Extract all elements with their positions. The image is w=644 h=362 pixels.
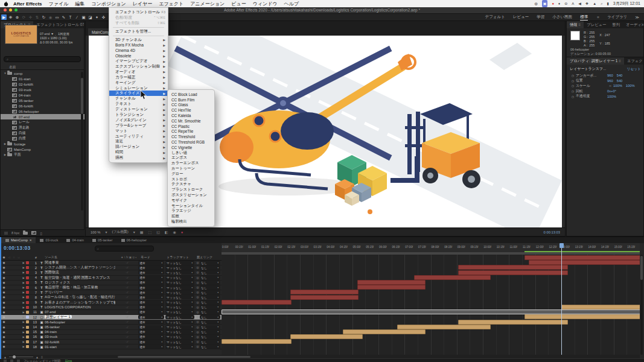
layer-switches[interactable]: · ∕	[115, 276, 138, 279]
menu-item-時間[interactable]: 時間▶	[109, 150, 168, 155]
resolution-select[interactable]: (フル画質)	[112, 229, 128, 235]
selection-tool[interactable]: ▶	[1, 14, 7, 20]
project-name-column-header[interactable]: 名前	[1, 65, 84, 70]
trkmat-select[interactable]: マットなし▼	[165, 285, 194, 290]
label-color-chip[interactable]	[26, 326, 31, 329]
new-folder-icon[interactable]	[23, 232, 28, 235]
label-color-chip[interactable]	[26, 335, 31, 338]
property-value[interactable]: 0x+0°	[607, 89, 616, 93]
submenu-item-CC Glass[interactable]: CC Glass	[168, 103, 214, 108]
hand-tool[interactable]: ✙	[8, 14, 13, 20]
parent-pickwhip-icon[interactable]: ◎	[196, 286, 200, 289]
layer-row-15[interactable]: ◉▶15▣04-train· ∕通常▼マットなし▼◎なし▼	[1, 330, 222, 335]
mode-select[interactable]: 通常▼	[138, 290, 164, 294]
clone-stamp-tool[interactable]: ▣	[81, 14, 86, 20]
label-color-chip[interactable]	[26, 296, 31, 299]
parent-pickwhip-icon[interactable]: ◎	[196, 335, 200, 338]
label-color-chip[interactable]	[26, 271, 31, 274]
trkmat-select[interactable]: マットなし▼	[165, 330, 194, 334]
close-icon[interactable]: ×	[30, 238, 31, 242]
project-item-04-train[interactable]: 04-train	[1, 92, 84, 98]
roto-brush-tool[interactable]: ✦	[94, 14, 100, 20]
layer-name[interactable]: 07-end	[45, 310, 115, 314]
property-value[interactable]: 100%	[613, 84, 622, 87]
submenu-item-CC Vignette[interactable]: CC Vignette	[168, 145, 214, 150]
menu-item-オーディオ[interactable]: オーディオ▶	[109, 69, 168, 75]
parent-select[interactable]: なし▼	[200, 330, 220, 334]
tab-audio[interactable]: オーディ≫	[623, 21, 643, 28]
parent-pickwhip-icon[interactable]: ◎	[196, 271, 200, 274]
menu-item-チャンネル[interactable]: チャンネル▶	[109, 96, 168, 101]
timeline-tab-03-truck[interactable]: 03-truck	[36, 237, 62, 243]
layer-switches[interactable]: · ∕	[115, 316, 138, 319]
label-color-chip[interactable]	[26, 316, 31, 319]
layer-row-10[interactable]: ◉▶10TLOGISTICS CORPORATION· ∕通常▼マットなし▼◎な…	[1, 305, 222, 310]
layer-switches[interactable]: · ∕	[115, 301, 138, 304]
project-search-input[interactable]: ⌕	[4, 56, 81, 62]
menu-item-テキスト[interactable]: テキスト▶	[109, 101, 168, 107]
label-color-chip[interactable]	[26, 311, 31, 314]
trkmat-select[interactable]: マットなし▼	[165, 276, 194, 280]
transparency-grid-icon[interactable]: ◧	[165, 230, 168, 234]
menu-item-キーイング[interactable]: キーイング▶	[109, 80, 168, 86]
parent-select[interactable]: なし▼	[200, 315, 220, 319]
input-source-icon[interactable]: A	[572, 0, 574, 7]
stopwatch-icon[interactable]: ◷	[570, 89, 576, 93]
layer-duration-bar[interactable]	[357, 285, 426, 290]
menubar-item-エフェクト[interactable]: エフェクト	[159, 1, 183, 7]
layer-name[interactable]: 02-forklift	[45, 340, 115, 344]
menu-item-すべてを削除[interactable]: すべてを削除⇧⌘E	[109, 21, 168, 26]
property-value[interactable]: 540	[617, 79, 623, 83]
label-color-chip[interactable]	[26, 320, 31, 323]
menubar-item-アニメーション[interactable]: アニメーション	[190, 1, 225, 7]
layer-switches[interactable]: · ∕	[115, 261, 138, 264]
timeline-tab-06-helicopter[interactable]: 06-helicopter	[117, 237, 151, 243]
trkmat-select[interactable]: マットなし▼	[165, 345, 194, 349]
layer-switches[interactable]: · ∕	[115, 311, 138, 314]
panel-menu-icon[interactable]: ≡	[597, 15, 599, 19]
submenu-item-モザイク[interactable]: モザイク	[168, 198, 214, 203]
parent-select[interactable]: なし▼	[200, 300, 220, 305]
menubar-item-レイヤー[interactable]: レイヤー	[133, 1, 153, 7]
expand-arrow-icon[interactable]: ▶	[21, 335, 26, 338]
layer-switches[interactable]: · ∕	[115, 345, 138, 348]
label-color-chip[interactable]	[26, 281, 31, 284]
mode-select[interactable]: 通常▼	[138, 310, 164, 314]
project-item-01-start[interactable]: 01-start	[1, 76, 84, 81]
eye-icon[interactable]: ◉	[1, 271, 7, 274]
source-name-header[interactable]: ソース名	[45, 255, 118, 259]
eye-icon[interactable]: ◉	[1, 316, 7, 319]
mask-visibility-icon[interactable]: ⬚	[148, 230, 151, 234]
menu-item-カラー補正[interactable]: カラー補正▶	[109, 75, 168, 80]
timeline-horizontal-scrollbar[interactable]	[118, 356, 250, 358]
new-composition-icon[interactable]	[31, 231, 36, 235]
parent-select[interactable]: なし▼	[200, 320, 220, 324]
menu-item-Cinema 4D[interactable]: Cinema 4D▶	[109, 48, 168, 53]
property-value[interactable]: 100%	[626, 84, 635, 87]
submenu-item-カラーエンボス[interactable]: カラーエンボス	[168, 160, 214, 166]
tab-info[interactable]: 情報≡	[567, 21, 584, 28]
lock-column-icon[interactable]: □	[16, 256, 21, 259]
layer-switches[interactable]: · ∕	[115, 331, 138, 334]
expand-arrow-icon[interactable]: ▶	[21, 291, 26, 294]
eye-icon[interactable]: ◉	[1, 301, 7, 304]
parent-pickwhip-icon[interactable]: ◎	[196, 331, 200, 334]
layer-duration-graph[interactable]	[222, 255, 640, 355]
camera-tool[interactable]: ◉	[48, 14, 53, 20]
menu-item-ブラー&シャープ[interactable]: ブラー&シャープ▶	[109, 123, 168, 129]
expand-arrow-icon[interactable]: ▶	[21, 306, 26, 309]
rotation-tool[interactable]: ↻	[41, 14, 46, 20]
parent-select[interactable]: なし▼	[200, 345, 220, 349]
timeline-scrollbar[interactable]	[640, 255, 643, 355]
switches-header[interactable]: ♣ ∖ fx ▣ ◎ ◐	[118, 256, 141, 259]
puppet-pin-tool[interactable]: ✜	[101, 14, 106, 20]
mode-select[interactable]: 通常▼	[138, 295, 164, 299]
viewer-timecode[interactable]: 0:00:13:03	[544, 230, 560, 234]
property-value[interactable]: 960	[607, 79, 613, 83]
layer-switches[interactable]: · ∕	[115, 291, 138, 294]
timeline-tab-05-tanker[interactable]: 05-tanker	[88, 237, 117, 243]
submenu-item-拡散[interactable]: 拡散	[168, 214, 214, 219]
workspace-overflow[interactable]: ≫	[635, 15, 639, 20]
type-tool[interactable]: T	[68, 14, 73, 20]
menubar-item-ビュー[interactable]: ビュー	[231, 1, 246, 7]
